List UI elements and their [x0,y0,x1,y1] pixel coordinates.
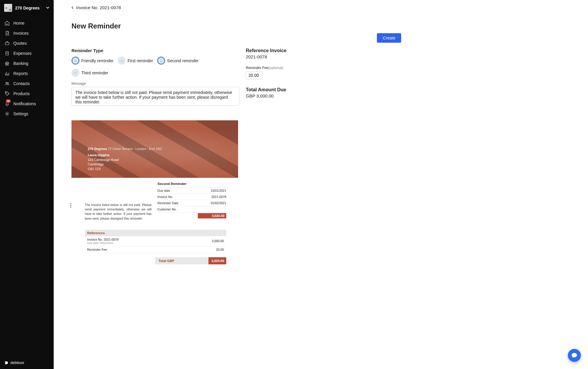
sidebar-item-notifications[interactable]: 35 Notifications [0,99,54,109]
preview-header-image: 270 Degrees 77 Union Terrace · London · … [71,120,238,178]
breadcrumb-back[interactable]: Invoice No. 2021-0078 [71,0,407,10]
preview-grand-total: Total GBP 3,020.00 [71,257,226,264]
svg-point-4 [6,92,7,93]
notifications-badge: 35 [6,99,11,103]
sidebar-item-quotes[interactable]: Quotes [0,38,54,48]
option-label: Third reminder [81,71,108,75]
row-label: Reminder Date [157,201,179,205]
row-value: 01/02/2021 [211,201,226,205]
sidebar-item-label: Products [13,91,30,96]
preview-references: References Invoice No. 2021-0078 Due dat… [71,230,238,253]
sidebar-item-label: Settings [13,111,28,116]
preview-recipient-name: Laura Higgins [88,153,162,157]
create-button[interactable]: Create [377,33,401,43]
chart-icon [4,71,10,76]
reminder-option-third[interactable]: Third reminder [71,69,108,77]
svg-point-2 [6,82,7,84]
invoice-preview: 270 Degrees 77 Union Terrace · London · … [71,120,238,264]
reminder-type-label: Reminder Type [71,48,239,53]
sidebar-summary: Reference Invoice 2021-0078 Reminder Fee… [246,48,317,264]
chat-launcher-button[interactable] [568,349,581,362]
sidebar-item-label: Banking [13,61,28,66]
angry-face-icon [71,69,79,77]
reference-invoice-title: Reference Invoice [246,48,317,53]
preview-summary-table: Second Reminder Due date15/01/2021 Invoi… [157,182,226,221]
neutral-face-icon [118,57,126,65]
bank-icon [4,61,10,66]
sidebar-item-home[interactable]: Home [0,18,54,28]
reminder-fee-label: Reminder Fee(optional) [246,66,317,70]
svg-point-11 [160,60,161,60]
tag-icon [4,91,10,96]
ref-item-amount: 20.00 [216,248,224,251]
briefcase-icon [4,41,10,46]
footer-brand: debitoor [0,356,54,369]
reference-invoice-value: 2021-0078 [246,54,317,59]
sidebar-item-reports[interactable]: Reports [0,68,54,79]
sidebar-nav: Home Invoices Quotes Expenses Banking Re… [0,16,54,119]
total-due-value: GBP 3,000.00 [246,93,317,98]
message-label: Message [71,82,239,86]
home-icon [4,20,10,26]
svg-rect-1 [6,52,9,55]
reminder-type-options: Friendly reminder First reminder Second … [71,57,239,77]
chat-icon [571,352,578,359]
svg-point-3 [7,83,9,84]
preview-reminder-amount: 3,020.00 [198,213,226,218]
fee-optional-text: (optional) [268,66,283,70]
row-value: 15/01/2021 [211,189,226,192]
sidebar-item-invoices[interactable]: Invoices [0,28,54,38]
invoice-preview-wrapper: 270 Degrees 77 Union Terrace · London · … [71,120,238,264]
preview-recipient-line2: Cambridge [88,162,162,167]
sidebar-item-label: Quotes [13,41,27,46]
reminder-option-first[interactable]: First reminder [118,57,153,65]
resize-handle[interactable] [70,203,71,208]
svg-point-9 [121,60,121,60]
option-label: Second reminder [167,58,199,63]
preview-doc-title: Second Reminder [157,182,226,188]
sidebar-item-label: Expenses [13,51,31,56]
gear-icon [4,111,10,116]
svg-point-7 [75,60,75,60]
row-label: Invoice No. [157,195,173,199]
receipt-icon [4,51,10,56]
grand-total-label: Total GBP [155,257,208,264]
preview-sender-address: 270 Degrees 77 Union Terrace · London · … [88,147,162,171]
page-title: New Reminder [71,22,407,30]
sad-face-icon [157,57,165,65]
option-label: First reminder [128,58,153,63]
reminder-option-second[interactable]: Second reminder [157,57,199,65]
sidebar-item-contacts[interactable]: Contacts [0,79,54,89]
sidebar-item-label: Contacts [13,81,30,86]
svg-point-6 [74,59,77,63]
preview-recipient-line3: CB1 123 [88,167,162,171]
ref-item-title: Reminder Fee [87,248,107,251]
preview-recipient-line1: 123 Cambridge Road [88,158,162,162]
grand-total-amount: 3,020.00 [208,257,226,264]
ref-item-sub: Due date 15/01/2021 [87,241,119,245]
preview-company-name: 270 Degrees [88,147,107,151]
company-name: 270 Degrees [15,6,43,10]
file-icon [4,31,10,36]
fee-label-text: Reminder Fee [246,66,268,70]
total-due-title: Total Amount Due [246,87,317,92]
option-label: Friendly reminder [81,58,114,63]
ref-item-amount: 3,000.00 [212,239,224,243]
reminder-option-friendly[interactable]: Friendly reminder [71,57,114,65]
svg-point-12 [162,60,162,60]
preview-body-message: The invoice listed below is still not pa… [85,203,152,221]
sidebar-item-settings[interactable]: Settings [0,109,54,119]
message-textarea[interactable] [71,87,239,106]
svg-point-10 [122,60,123,60]
sidebar-item-label: Invoices [13,31,28,36]
ref-item-title: Invoice No. 2021-0078 [87,238,119,241]
happy-face-icon [71,57,79,65]
sidebar-item-expenses[interactable]: Expenses [0,48,54,58]
people-icon [4,81,10,86]
reminder-fee-input[interactable] [246,71,262,79]
sidebar-item-products[interactable]: Products [0,89,54,99]
sidebar: 270 Degrees Home Invoices Quotes Expense… [0,0,54,369]
sidebar-item-banking[interactable]: Banking [0,58,54,68]
company-switcher[interactable]: 270 Degrees [0,0,54,16]
row-label: Due date [157,189,170,192]
